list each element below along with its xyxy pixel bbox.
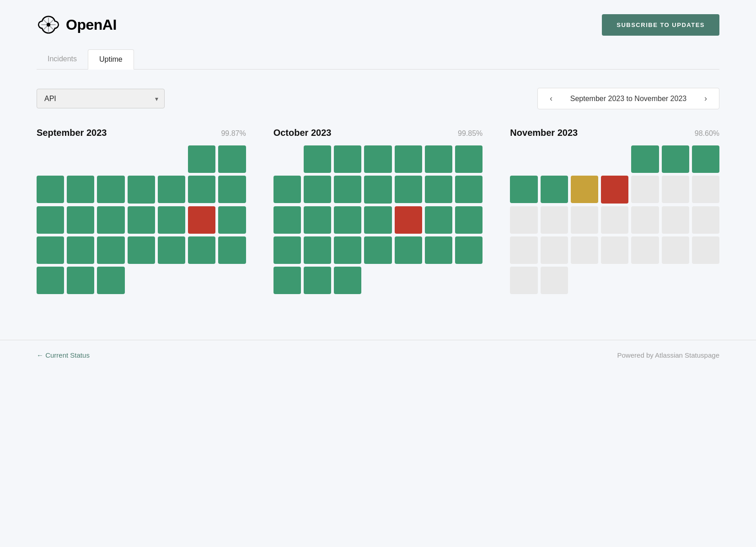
tab-uptime[interactable]: Uptime: [88, 49, 134, 70]
calendar-section-2: November 202398.60%: [510, 128, 719, 294]
day-cell: [571, 267, 598, 294]
day-cell: [218, 236, 246, 264]
main-content: Incidents Uptime API ChatGPT Labs Playgr…: [0, 49, 756, 322]
day-cell: [304, 176, 331, 203]
calendars-container: September 202399.87%October 202399.85%No…: [37, 128, 719, 294]
calendar-grid-1: [273, 145, 483, 294]
day-cell: [425, 145, 452, 173]
day-cell: [97, 206, 124, 234]
day-cell: [364, 206, 391, 234]
tab-bar: Incidents Uptime: [37, 49, 719, 70]
day-cell: [571, 145, 598, 173]
day-cell: [128, 176, 155, 203]
current-status-link[interactable]: ← Current Status: [37, 351, 90, 359]
day-cell: [304, 267, 331, 294]
day-cell: [541, 236, 568, 264]
day-cell: [97, 236, 124, 264]
day-cell: [395, 176, 422, 203]
day-cell: [425, 176, 452, 203]
day-cell: [158, 236, 185, 264]
day-cell: [67, 236, 94, 264]
day-cell: [541, 176, 568, 203]
day-cell: [662, 206, 689, 234]
day-cell: [334, 145, 361, 173]
day-cell: [128, 206, 155, 234]
day-cell: [541, 206, 568, 234]
day-cell: [37, 176, 64, 203]
day-cell: [67, 206, 94, 234]
date-range-label: September 2023 to November 2023: [564, 95, 692, 103]
day-cell: [510, 206, 537, 234]
logo-text: OpenAI: [66, 16, 117, 33]
calendar-month-0: September 2023: [37, 128, 107, 138]
next-period-button[interactable]: ›: [702, 93, 710, 104]
tab-incidents[interactable]: Incidents: [37, 49, 88, 70]
day-cell: [273, 176, 301, 203]
day-cell: [188, 206, 215, 234]
day-cell: [510, 176, 537, 203]
day-cell: [364, 236, 391, 264]
day-cell: [37, 145, 64, 173]
day-cell: [67, 176, 94, 203]
calendar-pct-0: 99.87%: [221, 129, 246, 138]
day-cell: [304, 206, 331, 234]
day-cell: [510, 267, 537, 294]
day-cell: [692, 206, 719, 234]
day-cell: [631, 236, 659, 264]
day-cell: [510, 236, 537, 264]
day-cell: [510, 145, 537, 173]
day-cell: [158, 206, 185, 234]
day-cell: [571, 206, 598, 234]
logo: OpenAI: [37, 13, 117, 37]
service-select[interactable]: API ChatGPT Labs Playground: [37, 89, 165, 108]
day-cell: [37, 236, 64, 264]
day-cell: [37, 206, 64, 234]
powered-by-label: Powered by Atlassian Statuspage: [617, 351, 719, 359]
day-cell: [364, 145, 391, 173]
day-cell: [364, 176, 391, 203]
day-cell: [541, 267, 568, 294]
openai-logo-icon: [37, 13, 60, 37]
day-cell: [273, 267, 301, 294]
day-cell: [188, 145, 215, 173]
day-cell: [128, 236, 155, 264]
day-cell: [37, 267, 64, 294]
calendar-pct-1: 99.85%: [458, 129, 483, 138]
day-cell: [395, 206, 422, 234]
day-cell: [455, 236, 483, 264]
day-cell: [158, 176, 185, 203]
day-cell: [97, 176, 124, 203]
day-cell: [541, 145, 568, 173]
subscribe-button[interactable]: SUBSCRIBE TO UPDATES: [602, 14, 719, 36]
controls-row: API ChatGPT Labs Playground ▾ ‹ Septembe…: [37, 88, 719, 109]
day-cell: [395, 145, 422, 173]
day-cell: [273, 236, 301, 264]
calendar-pct-2: 98.60%: [695, 129, 719, 138]
day-cell: [662, 176, 689, 203]
day-cell: [662, 145, 689, 173]
day-cell: [455, 176, 483, 203]
day-cell: [128, 145, 155, 173]
day-cell: [692, 236, 719, 264]
day-cell: [601, 206, 628, 234]
day-cell: [425, 236, 452, 264]
calendar-grid-0: [37, 145, 246, 294]
prev-period-button[interactable]: ‹: [547, 93, 555, 104]
day-cell: [158, 145, 185, 173]
calendar-month-2: November 2023: [510, 128, 578, 138]
day-cell: [304, 236, 331, 264]
calendar-header-2: November 202398.60%: [510, 128, 719, 138]
svg-point-4: [47, 23, 50, 27]
day-cell: [334, 176, 361, 203]
day-cell: [692, 145, 719, 173]
day-cell: [425, 206, 452, 234]
calendar-header-0: September 202399.87%: [37, 128, 246, 138]
day-cell: [571, 236, 598, 264]
day-cell: [334, 206, 361, 234]
day-cell: [218, 145, 246, 173]
day-cell: [67, 145, 94, 173]
calendar-section-0: September 202399.87%: [37, 128, 246, 294]
day-cell: [188, 236, 215, 264]
day-cell: [67, 267, 94, 294]
day-cell: [97, 145, 124, 173]
